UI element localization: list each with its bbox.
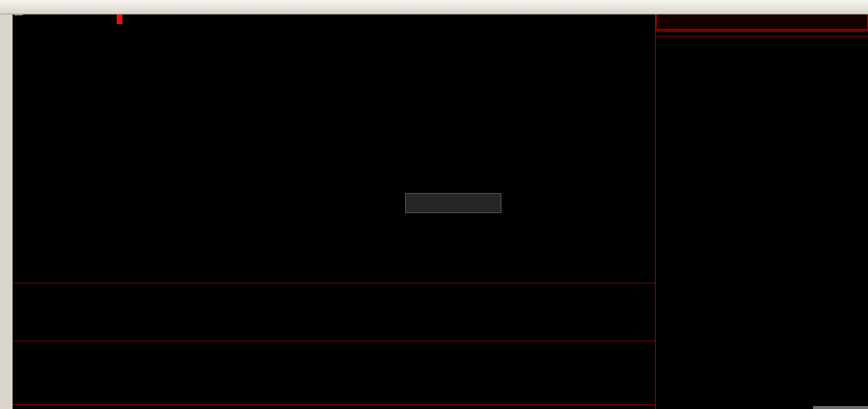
divider xyxy=(656,31,868,32)
chart-area[interactable] xyxy=(13,14,655,409)
left-sidebar xyxy=(0,14,13,409)
top-toolbar xyxy=(0,0,868,14)
main-x-axis xyxy=(13,268,655,281)
volume-chart[interactable] xyxy=(13,285,655,328)
pane-separator xyxy=(13,283,655,284)
quote-panel xyxy=(655,14,868,409)
macd-chart[interactable] xyxy=(13,342,655,403)
app-window xyxy=(0,0,868,409)
crosshair-date-label xyxy=(117,14,122,24)
tape-header xyxy=(656,37,868,49)
volume-x-axis xyxy=(13,328,655,340)
pane-separator xyxy=(13,341,655,341)
chart-bottom-border xyxy=(13,404,655,405)
candlestick-chart[interactable] xyxy=(13,14,655,268)
symbol-title xyxy=(656,14,868,30)
ohlc-tooltip xyxy=(405,193,502,213)
